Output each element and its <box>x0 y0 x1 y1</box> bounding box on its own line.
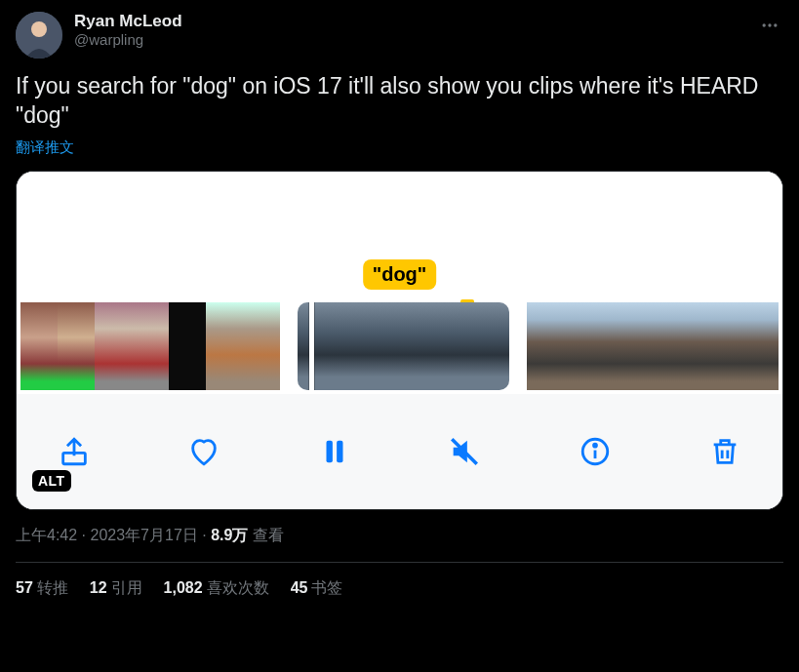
more-icon[interactable] <box>756 12 783 43</box>
svg-point-11 <box>593 444 596 447</box>
mute-icon[interactable] <box>440 427 489 476</box>
media-card[interactable]: "dog" <box>16 171 783 510</box>
media-whitespace <box>17 172 782 259</box>
stat-retweets[interactable]: 57转推 <box>16 578 68 599</box>
stat-bookmarks[interactable]: 45书签 <box>291 578 343 599</box>
search-tooltip: "dog" <box>363 259 437 290</box>
info-icon[interactable] <box>571 427 619 476</box>
divider <box>16 562 783 563</box>
avatar-image <box>16 12 62 59</box>
alt-badge[interactable]: ALT <box>32 470 71 492</box>
video-clip-selected <box>298 302 509 390</box>
svg-point-3 <box>768 23 771 26</box>
display-name[interactable]: Ryan McLeod <box>74 12 182 31</box>
svg-rect-7 <box>337 440 342 462</box>
handle[interactable]: @warpling <box>74 31 182 48</box>
avatar[interactable] <box>16 12 62 59</box>
tweet-header: Ryan McLeod @warpling <box>16 12 783 59</box>
translate-link[interactable]: 翻译推文 <box>16 138 783 157</box>
tweet-text: If you search for "dog" on iOS 17 it'll … <box>16 72 783 131</box>
svg-point-2 <box>763 23 766 26</box>
stat-quotes[interactable]: 12引用 <box>90 578 142 599</box>
tweet-date[interactable]: 2023年7月17日 <box>90 527 197 543</box>
playhead <box>309 302 314 390</box>
share-icon[interactable] <box>50 427 99 476</box>
trash-icon[interactable] <box>700 427 749 476</box>
tweet-stats: 57转推 12引用 1,082喜欢次数 45书签 <box>16 578 783 599</box>
heart-icon[interactable] <box>180 427 228 476</box>
media-toolbar <box>17 394 782 509</box>
svg-point-4 <box>774 23 777 26</box>
stat-likes[interactable]: 1,082喜欢次数 <box>164 578 269 599</box>
pause-icon[interactable] <box>310 427 359 476</box>
views-count: 8.9万 <box>211 527 248 543</box>
tweet-time[interactable]: 上午4:42 <box>16 527 77 543</box>
tweet-meta: 上午4:42 · 2023年7月17日 · 8.9万 查看 <box>16 526 783 546</box>
video-filmstrip <box>17 298 782 394</box>
views-label: 查看 <box>253 527 284 543</box>
svg-rect-6 <box>326 440 332 462</box>
video-clip <box>527 302 779 390</box>
svg-point-1 <box>31 21 47 37</box>
tweet: Ryan McLeod @warpling If you search for … <box>0 0 799 611</box>
video-clip <box>20 302 280 390</box>
